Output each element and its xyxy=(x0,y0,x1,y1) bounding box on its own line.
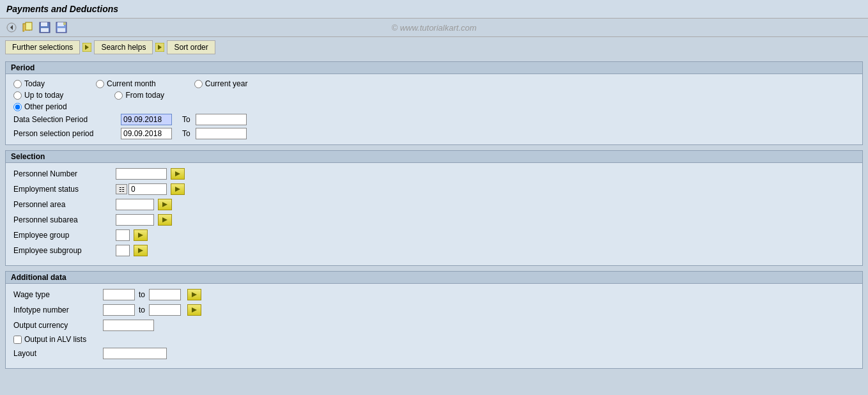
period-row-1: Today Current month Current year xyxy=(13,79,855,88)
data-selection-to-input[interactable] xyxy=(196,114,247,125)
svg-rect-6 xyxy=(41,22,47,26)
today-label: Today xyxy=(24,79,45,88)
infotype-number-row: Infotype number to xyxy=(13,304,855,316)
personnel-number-label: Personnel Number xyxy=(13,169,116,178)
layout-row: Layout xyxy=(13,348,855,359)
infotype-number-to-input[interactable] xyxy=(149,304,181,316)
personnel-number-input[interactable] xyxy=(116,168,167,180)
employee-group-row: Employee group xyxy=(13,229,855,241)
forward-icon[interactable] xyxy=(22,21,35,34)
wage-type-from-input[interactable] xyxy=(103,289,135,300)
personnel-area-input[interactable] xyxy=(116,199,154,210)
radio-other-period[interactable]: Other period xyxy=(13,102,67,111)
output-currency-input[interactable] xyxy=(103,320,154,331)
svg-marker-23 xyxy=(192,307,197,313)
tab-arrow-2 xyxy=(155,43,164,52)
employee-subgroup-arrow[interactable] xyxy=(134,245,148,256)
data-selection-from-input[interactable] xyxy=(121,114,172,125)
tab-sort-order[interactable]: Sort order xyxy=(167,40,215,54)
employment-status-arrow[interactable] xyxy=(171,183,185,195)
radio-current-month-input[interactable] xyxy=(96,80,104,88)
svg-marker-19 xyxy=(162,217,167,222)
radio-current-year-input[interactable] xyxy=(194,80,203,88)
tabs-bar: Further selections Search helps Sort ord… xyxy=(0,37,868,58)
employment-status-row: Employment status ☷ xyxy=(13,183,855,195)
infotype-number-arrow[interactable] xyxy=(187,304,201,316)
main-content: Period Today Current month Current year xyxy=(0,58,868,378)
tab-search-helps[interactable]: Search helps xyxy=(94,40,153,54)
additional-data-body: Wage type to Infotype number to xyxy=(6,284,862,368)
additional-data-section: Additional data Wage type to Infotype nu… xyxy=(5,271,863,369)
selection-section: Selection Personnel Number Employment st… xyxy=(5,150,863,266)
employment-status-icon[interactable]: ☷ xyxy=(116,184,127,194)
period-section: Period Today Current month Current year xyxy=(5,61,863,145)
current-year-label: Current year xyxy=(205,79,248,88)
employee-subgroup-input[interactable] xyxy=(116,245,130,256)
back-icon[interactable] xyxy=(5,21,18,34)
employee-group-input[interactable] xyxy=(116,229,130,241)
radio-today-input[interactable] xyxy=(13,80,22,88)
search-helps-label: Search helps xyxy=(101,43,146,52)
watermark: © www.tutorialkart.com xyxy=(391,23,476,33)
title-bar: Payments and Deductions xyxy=(0,0,868,19)
period-body: Today Current month Current year Up to t… xyxy=(6,74,862,144)
tab-arrow-1 xyxy=(82,43,91,52)
output-currency-label: Output currency xyxy=(13,321,103,330)
personnel-subarea-label: Personnel subarea xyxy=(13,215,116,224)
further-selections-label: Further selections xyxy=(12,43,73,52)
data-selection-label: Data Selection Period xyxy=(13,115,116,124)
alv-checkbox[interactable] xyxy=(13,336,22,344)
radio-from-today[interactable]: From today xyxy=(114,91,164,100)
svg-marker-20 xyxy=(138,233,143,238)
employee-subgroup-row: Employee subgroup xyxy=(13,245,855,256)
layout-label: Layout xyxy=(13,349,103,358)
alv-row: Output in ALV lists xyxy=(13,335,855,344)
wage-type-arrow[interactable] xyxy=(187,289,201,300)
local-save-icon[interactable] xyxy=(55,21,68,34)
svg-rect-11 xyxy=(63,22,66,25)
current-month-label: Current month xyxy=(107,79,156,88)
data-selection-row: Data Selection Period To xyxy=(13,114,855,125)
svg-marker-21 xyxy=(138,248,143,253)
employee-group-arrow[interactable] xyxy=(134,229,148,241)
person-selection-from-input[interactable] xyxy=(121,128,172,139)
page-title: Payments and Deductions xyxy=(6,4,118,14)
personnel-area-row: Personnel area xyxy=(13,199,855,210)
personnel-area-label: Personnel area xyxy=(13,200,116,209)
svg-marker-18 xyxy=(162,202,167,207)
wage-type-row: Wage type to xyxy=(13,289,855,300)
radio-current-year[interactable]: Current year xyxy=(194,79,248,88)
personnel-area-arrow[interactable] xyxy=(158,199,172,210)
alv-label: Output in ALV lists xyxy=(24,335,86,344)
tab-further-selections[interactable]: Further selections xyxy=(5,40,80,54)
wage-type-to-input[interactable] xyxy=(149,289,181,300)
up-to-today-label: Up to today xyxy=(24,91,63,100)
person-selection-to-label: To xyxy=(182,129,190,138)
personnel-number-arrow[interactable] xyxy=(171,168,185,180)
svg-rect-3 xyxy=(26,22,32,30)
data-selection-to-label: To xyxy=(182,115,190,124)
layout-input[interactable] xyxy=(103,348,167,359)
svg-rect-9 xyxy=(58,22,64,26)
radio-today[interactable]: Today xyxy=(13,79,45,88)
svg-marker-17 xyxy=(175,187,180,192)
radio-current-month[interactable]: Current month xyxy=(96,79,156,88)
employment-status-label: Employment status xyxy=(13,185,116,194)
radio-up-to-today[interactable]: Up to today xyxy=(13,91,63,100)
personnel-subarea-input[interactable] xyxy=(116,214,154,226)
radio-from-today-input[interactable] xyxy=(114,91,123,100)
radio-up-to-today-input[interactable] xyxy=(13,91,22,100)
infotype-number-from-input[interactable] xyxy=(103,304,135,316)
personnel-subarea-arrow[interactable] xyxy=(158,214,172,226)
save-icon[interactable] xyxy=(38,21,51,34)
radio-other-period-input[interactable] xyxy=(13,103,22,111)
sort-order-label: Sort order xyxy=(174,43,208,52)
employee-group-label: Employee group xyxy=(13,231,116,240)
employment-status-input[interactable] xyxy=(128,183,167,195)
selection-body: Personnel Number Employment status ☷ Per… xyxy=(6,163,862,265)
person-selection-to-input[interactable] xyxy=(196,128,247,139)
from-today-label: From today xyxy=(125,91,164,100)
svg-rect-7 xyxy=(41,28,49,32)
person-selection-row: Person selection period To xyxy=(13,128,855,139)
svg-marker-22 xyxy=(192,292,197,297)
